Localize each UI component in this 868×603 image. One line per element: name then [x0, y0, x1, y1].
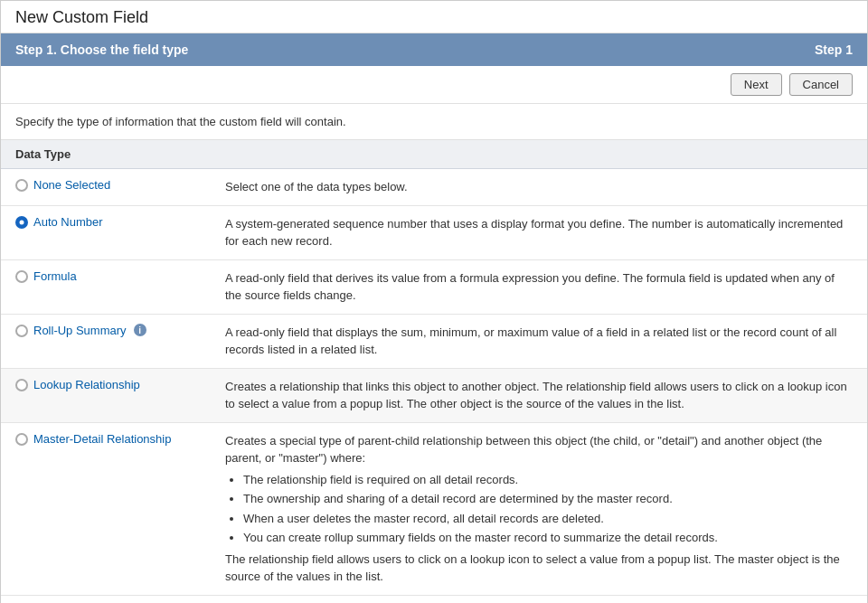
description-text: Specify the type of information that the… [15, 115, 346, 128]
list-item: The relationship field is required on al… [243, 471, 853, 489]
action-bar: Next Cancel [1, 66, 867, 104]
table-row: FormulaA read-only field that derives it… [1, 259, 867, 314]
table-row: Roll-Up SummaryiA read-only field that d… [1, 314, 867, 368]
field-cell-none-selected: None Selected [1, 169, 218, 205]
field-label-lookup-relationship[interactable]: Lookup Relationship [33, 378, 140, 391]
data-type-section: Data Type None SelectedSelect one of the… [1, 140, 867, 603]
desc-cell-none-selected: Select one of the data types below. [218, 169, 867, 205]
desc-cell-lookup-relationship: Creates a relationship that links this o… [218, 368, 867, 422]
field-label-none-selected[interactable]: None Selected [33, 178, 110, 192]
desc-text-roll-up-summary: A read-only field that displays the sum,… [225, 325, 836, 357]
table-row: None SelectedSelect one of the data type… [1, 169, 867, 205]
field-cell-external-lookup-relationship: External Lookup Relationship [1, 595, 218, 603]
data-type-header: Data Type [1, 140, 867, 169]
page-header: New Custom Field [1, 1, 867, 33]
field-label-roll-up-summary[interactable]: Roll-Up Summary [33, 324, 127, 337]
radio-auto-number[interactable] [15, 216, 28, 229]
desc-text-master-detail-relationship: Creates a special type of parent-child r… [225, 434, 822, 466]
description-row: Specify the type of information that the… [1, 104, 867, 140]
desc-text-formula: A read-only field that derives its value… [225, 271, 835, 303]
next-button[interactable]: Next [731, 73, 782, 96]
list-item: You can create rollup summary fields on … [243, 529, 853, 547]
step-header: Step 1. Choose the field type Step 1 [1, 33, 867, 66]
list-item: The ownership and sharing of a detail re… [243, 490, 853, 508]
field-cell-roll-up-summary: Roll-Up Summaryi [1, 314, 218, 368]
desc-cell-auto-number: A system-generated sequence number that … [218, 205, 867, 259]
list-item: When a user deletes the master record, a… [243, 510, 853, 528]
desc-cell-formula: A read-only field that derives its value… [218, 259, 867, 314]
table-row: Master-Detail RelationshipCreates a spec… [1, 422, 867, 595]
bullet-list-master-detail-relationship: The relationship field is required on al… [243, 471, 853, 547]
step-indicator: Step 1 [815, 42, 853, 57]
desc-text-none-selected: Select one of the data types below. [225, 180, 408, 193]
table-row: Lookup RelationshipCreates a relationshi… [1, 368, 867, 422]
field-type-table: None SelectedSelect one of the data type… [1, 169, 867, 603]
field-label-master-detail-relationship[interactable]: Master-Detail Relationship [33, 432, 171, 446]
desc-cell-roll-up-summary: A read-only field that displays the sum,… [218, 314, 867, 368]
field-label-formula[interactable]: Formula [33, 269, 77, 283]
page-title: New Custom Field [15, 8, 853, 27]
desc-cell-external-lookup-relationship: Creates a relationship that links this o… [218, 595, 867, 603]
radio-roll-up-summary[interactable] [15, 325, 28, 337]
field-label-auto-number[interactable]: Auto Number [33, 215, 103, 229]
radio-none-selected[interactable] [15, 179, 28, 192]
field-cell-formula: Formula [1, 259, 218, 314]
cancel-button[interactable]: Cancel [789, 73, 853, 96]
desc-text-lookup-relationship: Creates a relationship that links this o… [225, 380, 847, 411]
field-cell-master-detail-relationship: Master-Detail Relationship [1, 422, 218, 595]
radio-formula[interactable] [15, 270, 28, 283]
radio-lookup-relationship[interactable] [15, 379, 28, 391]
step-header-label: Step 1. Choose the field type [15, 42, 188, 57]
info-icon-roll-up-summary[interactable]: i [134, 324, 146, 336]
field-cell-auto-number: Auto Number [1, 205, 218, 259]
table-row: Auto NumberA system-generated sequence n… [1, 205, 867, 259]
field-cell-lookup-relationship: Lookup Relationship [1, 368, 218, 422]
desc-cell-master-detail-relationship: Creates a special type of parent-child r… [218, 422, 867, 595]
table-row: External Lookup RelationshipCreates a re… [1, 595, 867, 603]
content-area: Step 1. Choose the field type Step 1 Nex… [1, 33, 867, 603]
desc-text-auto-number: A system-generated sequence number that … [225, 217, 843, 249]
radio-master-detail-relationship[interactable] [15, 433, 28, 446]
extra-desc-master-detail-relationship: The relationship field allows users to c… [225, 551, 853, 586]
